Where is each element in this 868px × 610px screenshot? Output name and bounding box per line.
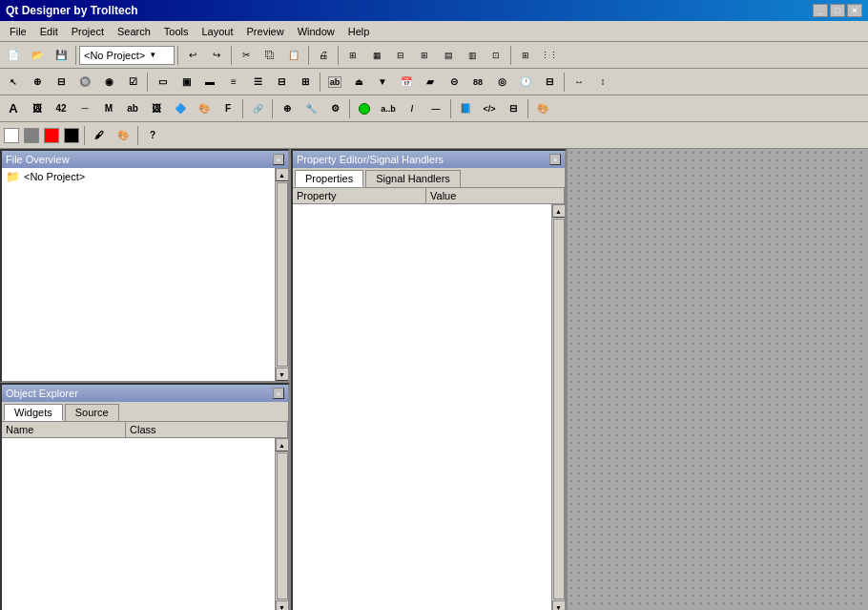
layout-btn-7[interactable]: ⊡ [485,45,507,66]
layout-btn-1[interactable]: ⊞ [341,45,364,66]
lineedit-tool[interactable]: ab [323,72,346,93]
menu-file[interactable]: File [4,24,32,39]
canvas-area[interactable] [568,149,868,610]
color-tool[interactable]: 🎨 [193,98,216,119]
menu-help[interactable]: Help [342,24,376,39]
tab-properties[interactable]: Properties [295,170,363,187]
custom-tool[interactable]: 🔧 [300,98,322,119]
signal-ab-tool[interactable]: a..b [377,98,400,119]
spacer-v-tool[interactable]: ↕ [591,72,614,93]
connect-tool[interactable]: ⊕ [26,72,49,93]
copy-button[interactable]: ⿻ [258,45,281,66]
check-tool[interactable]: ☑ [121,72,144,93]
prop-scroll-up[interactable]: ▲ [552,204,566,218]
buddy-tool[interactable]: 🔘 [73,72,96,93]
radio-tool[interactable]: ◉ [97,72,120,93]
palette-color-white[interactable] [4,128,19,143]
project-item[interactable]: 📁 <No Project> [2,168,275,185]
layout-btn-5[interactable]: ▤ [437,45,460,66]
cut-button[interactable]: ✂ [235,45,258,66]
menu-project[interactable]: Project [66,24,110,39]
signal-on-tool[interactable] [353,98,376,119]
spacer-h-tool[interactable]: ↔ [568,72,590,93]
scroll-thumb[interactable] [277,182,288,367]
listview-tool[interactable]: ☰ [246,72,269,93]
layout-btn-2[interactable]: ▦ [365,45,388,66]
text-tool[interactable]: A [2,98,25,119]
save-button[interactable]: 💾 [50,45,72,66]
scroll-up-arrow[interactable]: ▲ [276,168,289,181]
tab-widgets[interactable]: Widgets [4,404,63,421]
obj-scroll-thumb[interactable] [277,452,288,599]
menu-window[interactable]: Window [292,24,341,39]
scroll-down-arrow[interactable]: ▼ [276,368,289,381]
layout-btn-3[interactable]: ⊟ [389,45,412,66]
file-overview-close[interactable]: × [273,154,284,165]
color-picker-tool[interactable]: 🖌 [88,125,111,146]
button-tool[interactable]: ▬ [198,72,221,93]
prop-scroll-thumb[interactable] [553,219,565,599]
scroll-tool[interactable]: ⊟ [538,72,561,93]
minimize-button[interactable]: _ [813,4,828,17]
combo-tool[interactable]: ▼ [371,72,394,93]
slider-tool[interactable]: ⊝ [443,72,465,93]
icon-tool[interactable]: 🔷 [169,98,192,119]
line-tool[interactable]: ─ [73,98,96,119]
pointer-tool[interactable]: ↖ [2,72,25,93]
layout-btn-4[interactable]: ⊞ [413,45,436,66]
url-tool[interactable]: 🔗 [246,98,269,119]
palette-color-red[interactable] [44,128,59,143]
layout-btn-9[interactable]: ⋮⋮ [538,45,561,66]
code-preview-tool[interactable]: </> [478,98,501,119]
undo-button[interactable]: ↩ [181,45,204,66]
project-dropdown[interactable]: <No Project> ▼ [79,46,175,65]
multi-line-tool[interactable]: M [97,98,120,119]
number-tool[interactable]: 42 [50,98,72,119]
menu-tools[interactable]: Tools [158,24,195,39]
date-tool[interactable]: 📅 [395,72,418,93]
tab-signal-handlers[interactable]: Signal Handlers [365,170,461,187]
image-tool[interactable]: 🖼 [26,98,49,119]
hint-tool[interactable]: ? [141,125,164,146]
tab-tool[interactable]: ⊟ [50,72,72,93]
spinbox-tool[interactable]: ⏏ [347,72,370,93]
progressbar-tool[interactable]: ▰ [419,72,442,93]
font-tool[interactable]: F [217,98,239,119]
palette-color-black[interactable] [64,128,79,143]
obj-scroll-up[interactable]: ▲ [276,438,289,452]
custom2-tool[interactable]: ⚙ [323,98,346,119]
table-tool[interactable]: ⊞ [294,72,317,93]
group-tool[interactable]: ▣ [175,72,197,93]
rich-text-tool[interactable]: ab [121,98,144,119]
dial-tool[interactable]: ◎ [490,72,513,93]
paste-button[interactable]: 📋 [282,45,305,66]
plugin-tool[interactable]: ⊕ [276,98,299,119]
layout-btn-6[interactable]: ▥ [461,45,484,66]
prop-scroll-down[interactable]: ▼ [552,600,566,610]
menu-preview[interactable]: Preview [241,24,290,39]
code-tool-1[interactable]: / [401,98,424,119]
time-tool[interactable]: 🕐 [514,72,537,93]
frame-tool[interactable]: ▭ [151,72,174,93]
property-editor-close[interactable]: × [549,154,561,165]
close-button[interactable]: × [847,4,862,17]
palette-tool[interactable]: 🎨 [531,98,554,119]
object-explorer-close[interactable]: × [273,388,284,399]
menu-layout[interactable]: Layout [196,24,239,39]
menu-edit[interactable]: Edit [34,24,64,39]
macro-tool[interactable]: ⊟ [502,98,525,119]
maximize-button[interactable]: □ [830,4,845,17]
pixmap-tool[interactable]: 🖼 [145,98,168,119]
redo-button[interactable]: ↪ [205,45,228,66]
palette-color-gray[interactable] [24,128,39,143]
label-tool[interactable]: ≡ [222,72,245,93]
new-button[interactable]: 📄 [2,45,25,66]
open-button[interactable]: 📂 [26,45,49,66]
code-tool-2[interactable]: — [424,98,447,119]
obj-scroll-down[interactable]: ▼ [276,600,289,610]
menu-search[interactable]: Search [112,24,156,39]
color-wheel-tool[interactable]: 🎨 [112,125,134,146]
lcd-tool[interactable]: 88 [466,72,489,93]
help-tool[interactable]: 📘 [454,98,477,119]
layout-btn-8[interactable]: ⊞ [514,45,537,66]
